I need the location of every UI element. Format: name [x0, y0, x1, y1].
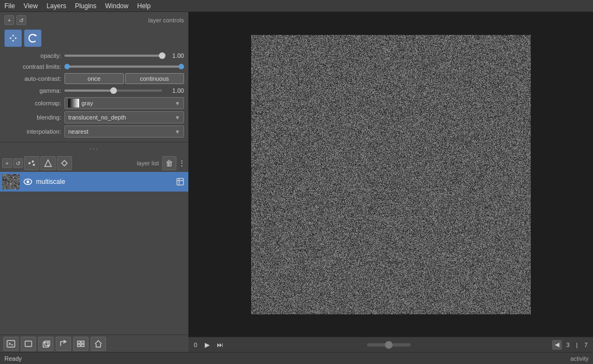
blending-dropdown[interactable]: translucent_no_depth ▼ — [64, 111, 184, 123]
opacity-label: opacity: — [4, 52, 64, 59]
auto-contrast-once[interactable]: once — [64, 73, 124, 84]
bottom-right-nav: ◀ 3 | 7 — [552, 340, 590, 350]
layer-list-kebab[interactable]: ⋮ — [177, 156, 186, 170]
auto-contrast-row: auto-contrast: once continuous — [2, 73, 186, 84]
menu-view[interactable]: View — [19, 1, 42, 11]
layer-controls-title: layer controls — [26, 17, 184, 23]
blending-row: blending: translucent_no_depth ▼ — [2, 111, 186, 123]
svg-rect-9 — [177, 178, 183, 185]
svg-point-8 — [27, 181, 29, 183]
blending-arrow: ▼ — [175, 115, 180, 121]
blending-value: translucent_no_depth — [68, 114, 175, 121]
gamma-value: 1.00 — [162, 87, 184, 94]
layer-thumbnail — [2, 174, 20, 189]
gamma-row: gamma: 1.00 — [2, 86, 186, 95]
step-end-button[interactable]: ⏭ — [215, 339, 226, 350]
3d-box-btn[interactable] — [38, 337, 54, 351]
auto-contrast-buttons: once continuous — [64, 73, 184, 84]
svg-point-4 — [32, 160, 34, 163]
svg-rect-14 — [25, 341, 32, 347]
svg-marker-6 — [45, 160, 51, 166]
auto-contrast-label: auto-contrast: — [4, 75, 64, 82]
canvas-bottom-bar: 0 ▶ ⏭ ◀ 3 | 7 — [188, 337, 593, 352]
interpolation-row: interpolation: nearest ▼ — [2, 126, 186, 138]
canvas-area: 0 ▶ ⏭ ◀ 3 | 7 — [188, 12, 593, 352]
contrast-limits-label: contrast limits: — [4, 63, 64, 70]
colormap-arrow: ▼ — [175, 100, 180, 106]
opacity-value: 1.00 — [162, 52, 184, 59]
gamma-slider[interactable] — [64, 86, 162, 95]
contrast-limits-row: contrast limits: — [2, 62, 186, 71]
svg-marker-0 — [12, 34, 14, 42]
layer-controls-icons: + ↺ — [4, 15, 26, 25]
left-panel: + ↺ layer controls — [0, 12, 188, 352]
current-page: 3 — [564, 342, 572, 348]
frame-number: 0 — [192, 342, 199, 348]
main-canvas[interactable] — [251, 35, 531, 314]
layer-controls-add-icon[interactable]: + — [4, 15, 14, 25]
interpolation-arrow: ▼ — [175, 129, 180, 135]
status-text: Ready — [4, 355, 22, 362]
activity-label: activity — [570, 355, 589, 362]
transform-row — [2, 28, 186, 48]
svg-rect-22 — [81, 344, 84, 347]
playback-slider[interactable] — [367, 343, 411, 347]
opacity-row: opacity: 1.00 — [2, 51, 186, 60]
interpolation-label: interpolation: — [4, 128, 64, 135]
colormap-row: colormap: gray ▼ — [2, 97, 186, 109]
menubar: File View Layers Plugins Window Help — [0, 0, 593, 12]
console-btn[interactable] — [3, 337, 19, 351]
points-tool-btn[interactable] — [24, 156, 39, 170]
page-separator: | — [574, 342, 580, 348]
canvas-content[interactable] — [188, 12, 593, 337]
labels-tool-btn[interactable] — [57, 156, 72, 170]
total-frames: 7 — [582, 342, 590, 348]
layer-list-refresh-icon[interactable]: ↺ — [13, 158, 23, 168]
colormap-value: gray — [81, 100, 175, 106]
statusbar: Ready activity — [0, 352, 593, 364]
play-button[interactable]: ▶ — [201, 339, 212, 350]
layer-list-toolbar: + ↺ — [0, 154, 188, 172]
svg-rect-21 — [78, 344, 80, 347]
interpolation-value: nearest — [68, 128, 175, 135]
menu-window[interactable]: Window — [101, 1, 133, 11]
menu-help[interactable]: Help — [133, 1, 155, 11]
layer-list-title: layer list — [137, 160, 159, 166]
layer-list-add-icon[interactable]: + — [2, 158, 12, 168]
home-btn[interactable] — [91, 337, 106, 351]
layer-controls-panel: + ↺ layer controls — [0, 12, 188, 142]
interpolation-dropdown[interactable]: nearest ▼ — [64, 126, 184, 138]
layer-controls-header: + ↺ layer controls — [2, 14, 186, 26]
menu-plugins[interactable]: Plugins — [70, 1, 100, 11]
shapes-tool-btn[interactable] — [40, 156, 56, 170]
menu-layers[interactable]: Layers — [42, 1, 70, 11]
move-button[interactable] — [4, 29, 22, 47]
svg-rect-19 — [78, 341, 80, 343]
layer-item-multiscale[interactable]: multiscale — [0, 172, 188, 192]
svg-point-5 — [33, 164, 35, 166]
delete-layer-btn[interactable]: 🗑 — [162, 156, 176, 170]
main-layout: + ↺ layer controls — [0, 12, 593, 352]
bottom-toolbar — [0, 335, 188, 352]
layer-controls-refresh-icon[interactable]: ↺ — [16, 15, 26, 25]
menu-file[interactable]: File — [0, 1, 19, 11]
blending-label: blending: — [4, 114, 64, 121]
gamma-label: gamma: — [4, 87, 64, 94]
svg-point-3 — [28, 162, 31, 164]
dots-separator: ··· — [0, 142, 188, 154]
layer-name-label: multiscale — [36, 178, 174, 186]
opacity-slider[interactable] — [64, 51, 162, 60]
layer-visibility-eye[interactable] — [22, 176, 34, 188]
roll-axes-btn[interactable] — [56, 337, 71, 351]
contrast-limits-slider[interactable] — [64, 62, 184, 71]
grid-btn[interactable] — [73, 337, 88, 351]
svg-marker-1 — [9, 37, 17, 39]
2d-view-btn[interactable] — [21, 337, 36, 351]
colormap-dropdown[interactable]: gray ▼ — [64, 97, 184, 109]
svg-rect-20 — [81, 341, 84, 343]
rotate-button[interactable] — [24, 29, 41, 47]
svg-rect-15 — [43, 343, 48, 347]
auto-contrast-continuous[interactable]: continuous — [125, 73, 185, 84]
activity-text: activity — [570, 355, 589, 362]
prev-page-btn[interactable]: ◀ — [552, 340, 562, 350]
